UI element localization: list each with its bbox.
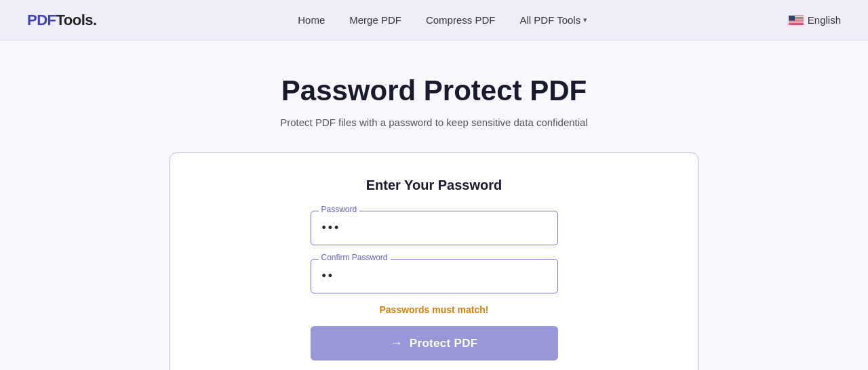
- logo[interactable]: PDFTools.: [27, 12, 97, 29]
- main-content: Password Protect PDF Protect PDF files w…: [0, 41, 868, 370]
- home-link[interactable]: Home: [298, 14, 325, 26]
- card-title: Enter Your Password: [203, 178, 665, 193]
- arrow-right-icon: →: [391, 336, 403, 350]
- error-message: Passwords must match!: [203, 304, 665, 315]
- merge-pdf-link[interactable]: Merge PDF: [349, 14, 401, 26]
- navbar: PDFTools. Home Merge PDF Compress PDF Al…: [0, 0, 868, 41]
- protect-pdf-label: Protect PDF: [410, 337, 478, 350]
- logo-pdf: PDF: [27, 12, 56, 28]
- svg-rect-7: [789, 16, 795, 21]
- logo-tools: Tools: [56, 12, 94, 28]
- logo-dot: .: [93, 12, 97, 28]
- confirm-password-input[interactable]: [311, 259, 558, 293]
- protect-pdf-button[interactable]: → Protect PDF: [311, 326, 558, 361]
- confirm-password-input-group: Confirm Password: [311, 259, 558, 293]
- confirm-password-label: Confirm Password: [319, 253, 391, 262]
- all-pdf-tools-label: All PDF Tools: [519, 14, 580, 26]
- page-subtitle: Protect PDF files with a password to kee…: [280, 117, 588, 128]
- password-label: Password: [319, 205, 360, 214]
- language-selector[interactable]: English: [789, 14, 841, 26]
- page-title: Password Protect PDF: [281, 75, 587, 107]
- language-label: English: [808, 14, 841, 26]
- password-input[interactable]: [311, 211, 558, 245]
- all-pdf-tools-dropdown[interactable]: All PDF Tools ▾: [519, 14, 587, 26]
- password-input-group: Password: [311, 211, 558, 245]
- chevron-down-icon: ▾: [583, 16, 587, 24]
- svg-rect-6: [789, 23, 804, 24]
- svg-rect-5: [789, 22, 804, 22]
- compress-pdf-link[interactable]: Compress PDF: [426, 14, 496, 26]
- nav-links: Home Merge PDF Compress PDF All PDF Tool…: [298, 14, 587, 26]
- password-card: Enter Your Password Password Confirm Pas…: [170, 152, 698, 370]
- flag-icon: [789, 16, 804, 25]
- svg-rect-4: [789, 20, 804, 21]
